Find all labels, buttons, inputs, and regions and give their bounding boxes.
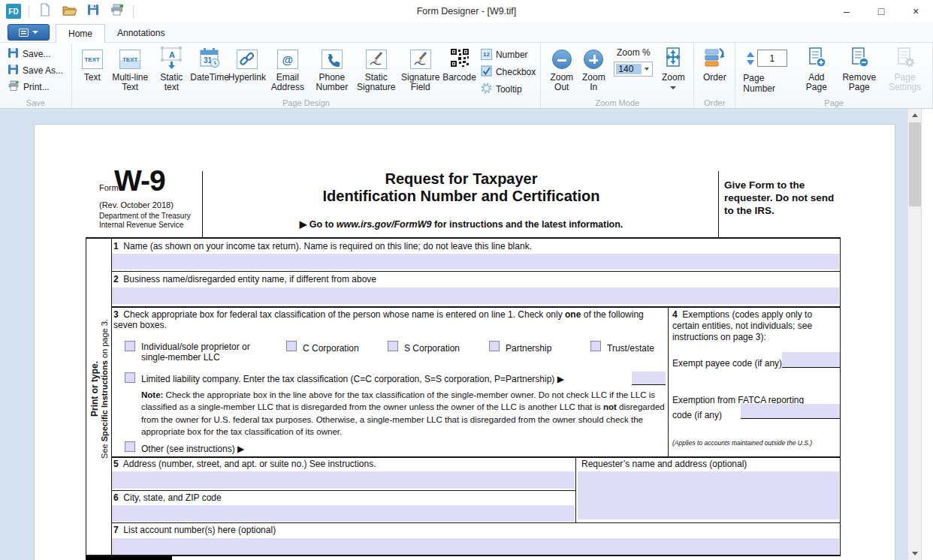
fatca-code-field[interactable] [741, 404, 840, 419]
hyperlink-tool-button[interactable]: Hyperlink [228, 45, 265, 83]
chevron-down-icon[interactable] [642, 68, 652, 71]
line6-city-state-zip-field[interactable] [112, 505, 575, 522]
static-signature-tool-button[interactable]: Static Signature [354, 45, 398, 92]
add-page-button[interactable]: Add Page [796, 45, 836, 92]
exempt-payee-field[interactable] [782, 352, 840, 368]
form-divider [575, 456, 576, 522]
zoom-out-icon [552, 50, 572, 69]
print-quick-button[interactable] [109, 3, 125, 20]
zoom-percent-value[interactable]: 140 [616, 64, 642, 74]
requester-name-address-field[interactable] [578, 471, 839, 519]
ribbon-tabstrip: Home Annotations [0, 23, 933, 43]
barcode-tool-button[interactable]: Barcode [442, 45, 476, 83]
line1-name-field[interactable] [112, 254, 839, 269]
form-divider [111, 456, 840, 458]
tab-home[interactable]: Home [56, 24, 105, 43]
order-button[interactable]: Order [699, 45, 730, 83]
vertical-scrollbar[interactable] [907, 109, 921, 560]
phone-icon [322, 50, 343, 69]
zoom-out-button[interactable]: Zoom Out [545, 45, 578, 92]
checkbox-individual-label: Individual/sole proprietor or single-mem… [141, 342, 273, 363]
document-page: Form W-9 (Rev. October 2018) Department … [34, 124, 895, 560]
line5-address-field[interactable] [112, 471, 575, 489]
checkbox-trust-estate[interactable] [590, 341, 601, 351]
form-divider [202, 171, 203, 237]
checkbox-s-corporation-label: S Corporation [404, 343, 460, 354]
save-floppy-icon [8, 64, 19, 77]
menu-icon [19, 29, 29, 37]
scroll-down-button[interactable] [908, 547, 922, 560]
text-tool-button[interactable]: TEXT Text [77, 45, 108, 83]
remove-page-button[interactable]: Remove Page [836, 45, 882, 92]
number-icon: 12 [481, 49, 492, 60]
save-as-button[interactable]: Save As... [5, 63, 66, 78]
form-divider [111, 522, 840, 523]
form-divider [111, 490, 575, 491]
form-dept: Department of the Treasury [99, 212, 191, 220]
open-file-button[interactable] [61, 3, 77, 20]
chevron-down-icon [32, 31, 38, 34]
line6-label: 6 City, state, and ZIP code [113, 492, 222, 503]
toolbar-separator [29, 5, 29, 18]
datetime-tool-button[interactable]: 31 DateTime [191, 45, 228, 83]
zoom-percent-combobox[interactable]: 140 [614, 62, 653, 77]
checkbox-partnership[interactable] [489, 341, 500, 351]
hyperlink-icon [237, 50, 258, 69]
checkbox-other[interactable] [125, 441, 135, 452]
page-number-spinner[interactable] [747, 52, 754, 65]
gear-icon [481, 83, 492, 96]
maximize-button[interactable]: □ [864, 0, 898, 23]
form-divider [86, 555, 840, 556]
ribbon: Save... Save As... Print... Save TEXT Te… [0, 43, 933, 109]
zoom-percent-label: Zoom % [617, 47, 651, 58]
chevron-down-icon [670, 86, 676, 89]
close-button[interactable]: × [898, 0, 933, 23]
static-text-icon: A [160, 46, 183, 73]
email-address-tool-button[interactable]: @ Email Address [265, 45, 309, 92]
scrollbar-thumb[interactable] [909, 122, 921, 206]
checkbox-s-corporation[interactable] [388, 341, 398, 351]
checkbox-c-corporation[interactable] [286, 341, 297, 351]
multiline-text-icon: TEXT [119, 50, 140, 69]
zoom-in-button[interactable]: Zoom In [578, 45, 609, 92]
page-settings-button[interactable]: Page Settings [882, 45, 928, 92]
checkbox-individual[interactable] [125, 341, 135, 351]
requester-label: Requester’s name and address (optional) [581, 459, 747, 469]
number-tool-button[interactable]: 12 Number [481, 47, 536, 62]
save-floppy-icon [86, 3, 100, 20]
llc-classification-field[interactable] [632, 372, 666, 385]
title-bar: FD Form Designer - [W9.tif] – □ × [0, 0, 933, 23]
multiline-text-tool-button[interactable]: TEXT Multi-line Text [108, 45, 152, 92]
order-layers-icon [702, 47, 726, 72]
line2-business-name-field[interactable] [112, 288, 839, 304]
ribbon-group-page: 1 Page Number Add Page Remove Page [735, 43, 933, 108]
application-menu-button[interactable] [8, 24, 50, 41]
checkbox-tool-button[interactable]: Checkbox [481, 64, 536, 80]
page-number-label: Page Number [743, 73, 790, 94]
signature-field-tool-button[interactable]: Signature Field [398, 45, 442, 92]
svg-text:A: A [169, 50, 175, 59]
quick-access-toolbar: FD [0, 3, 134, 20]
zoom-mode-button[interactable]: Zoom [657, 45, 689, 92]
email-at-icon: @ [277, 50, 298, 69]
static-text-tool-button[interactable]: A Static text [152, 45, 191, 92]
line7-account-numbers-field[interactable] [112, 538, 839, 555]
save-quick-button[interactable] [85, 3, 101, 20]
page-number-input[interactable]: 1 [757, 50, 787, 67]
checkbox-llc[interactable] [125, 372, 135, 383]
minimize-button[interactable]: – [829, 0, 864, 23]
tooltip-tool-button[interactable]: Tooltip [481, 81, 536, 97]
form-divider [111, 271, 840, 272]
phone-number-tool-button[interactable]: Phone Number [309, 45, 354, 92]
form-divider [86, 237, 86, 556]
scroll-up-button[interactable] [908, 109, 922, 122]
tab-annotations[interactable]: Annotations [105, 24, 177, 42]
ribbon-group-zoom-mode: Zoom Out Zoom In Zoom % 140 Zoom Zoom Mo… [541, 43, 694, 108]
new-document-button[interactable] [37, 3, 53, 20]
scroll-up-icon [912, 113, 918, 117]
spin-up-icon [747, 52, 754, 57]
save-button[interactable]: Save... [5, 47, 66, 62]
print-button[interactable]: Print... [5, 80, 66, 95]
other-label: Other (see instructions) ▶ [141, 444, 244, 454]
qr-barcode-icon [449, 47, 470, 71]
